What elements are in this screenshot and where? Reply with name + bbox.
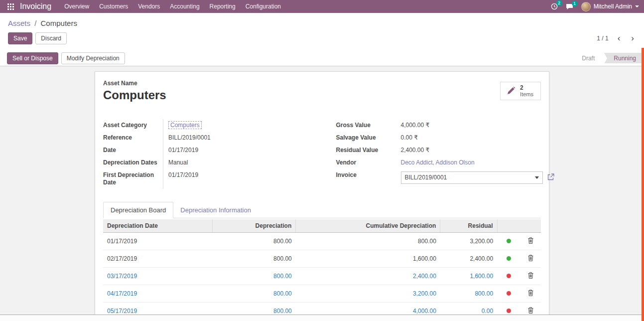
tab-depreciation-board[interactable]: Depreciation Board bbox=[103, 202, 173, 218]
cell-depreciation-date[interactable]: 01/17/2019 bbox=[103, 233, 213, 250]
cell-residual[interactable]: 800.00 bbox=[440, 285, 497, 303]
cell-cumulative-depreciation[interactable]: 1,600.00 bbox=[296, 250, 440, 268]
depreciation-table: Depreciation Date Depreciation Cumulativ… bbox=[103, 219, 541, 320]
delete-line-button[interactable] bbox=[528, 307, 533, 315]
notebook-tabs: Depreciation Board Depreciation Informat… bbox=[103, 202, 541, 218]
delete-line-button[interactable] bbox=[528, 255, 533, 263]
field-date-label: Date bbox=[103, 144, 163, 157]
save-button[interactable]: Save bbox=[8, 32, 32, 44]
field-groups: Asset Category Computers Reference BILL/… bbox=[103, 119, 541, 189]
field-date-value[interactable]: 01/17/2019 bbox=[163, 144, 322, 157]
asset-sheet: Asset Name Computers 2 Items Asset Categ… bbox=[95, 71, 549, 321]
header-depreciation-date: Depreciation Date bbox=[103, 219, 213, 233]
cell-cumulative-depreciation[interactable]: 800.00 bbox=[296, 233, 440, 250]
dropdown-caret-icon[interactable] bbox=[535, 176, 539, 179]
cell-residual[interactable]: 3,200.00 bbox=[440, 233, 497, 250]
field-first-depreciation-date-value[interactable]: 01/17/2019 bbox=[163, 169, 322, 189]
breadcrumb: Assets / Computers bbox=[0, 13, 644, 28]
app-brand[interactable]: Invoicing bbox=[20, 2, 51, 11]
table-row[interactable]: 02/17/2019 800.00 1,600.00 2,400.00 bbox=[103, 250, 541, 268]
header-residual: Residual bbox=[440, 219, 497, 233]
delete-line-button[interactable] bbox=[528, 290, 533, 298]
status-running[interactable]: Running bbox=[603, 53, 644, 63]
cell-depreciation-date[interactable]: 02/17/2019 bbox=[103, 250, 213, 268]
delete-line-button[interactable] bbox=[528, 237, 533, 245]
table-row[interactable]: 03/17/2019 800.00 2,400.00 1,600.00 bbox=[103, 268, 541, 285]
status-draft[interactable]: Draft bbox=[574, 53, 603, 63]
field-gross-value-value[interactable]: 4,000.00 ₹ bbox=[396, 119, 554, 132]
vendor-link[interactable]: Deco Addict, Addison Olson bbox=[401, 159, 475, 166]
posted-status-dot bbox=[507, 291, 511, 296]
nav-menu-reporting[interactable]: Reporting bbox=[205, 0, 241, 13]
pager-previous-button[interactable]: ‹ bbox=[616, 35, 623, 41]
nav-menus: Overview Customers Vendors Accounting Re… bbox=[59, 0, 286, 13]
sell-or-dispose-button[interactable]: Sell or Dispose bbox=[7, 52, 58, 64]
activity-badge: 2 bbox=[556, 0, 562, 6]
status-pipeline: Draft Running bbox=[574, 53, 644, 63]
messages-icon[interactable]: 1 bbox=[566, 3, 573, 10]
user-menu[interactable]: Mitchell Admin bbox=[581, 2, 639, 11]
header-actions bbox=[520, 219, 541, 233]
items-stat-button[interactable]: 2 Items bbox=[500, 82, 541, 100]
cell-depreciation-date[interactable]: 03/17/2019 bbox=[103, 268, 213, 285]
depreciation-rows: 01/17/2019 800.00 800.00 3,200.00 02/17/… bbox=[103, 233, 541, 320]
pager-next-button[interactable]: › bbox=[629, 35, 636, 41]
nav-menu-configuration[interactable]: Configuration bbox=[241, 0, 286, 13]
cell-depreciation[interactable]: 800.00 bbox=[213, 268, 296, 285]
posted-status-dot bbox=[507, 239, 511, 243]
cell-cumulative-depreciation[interactable]: 2,400.00 bbox=[296, 268, 440, 285]
asset-title-block: Asset Name Computers bbox=[103, 80, 166, 112]
cell-residual[interactable]: 1,600.00 bbox=[440, 268, 497, 285]
nav-menu-accounting[interactable]: Accounting bbox=[165, 0, 204, 13]
top-navbar: Invoicing Overview Customers Vendors Acc… bbox=[0, 0, 644, 13]
tab-depreciation-information[interactable]: Depreciation Information bbox=[173, 202, 258, 218]
cell-posted-status bbox=[497, 233, 520, 250]
field-gross-value-label: Gross Value bbox=[336, 119, 396, 132]
cell-actions bbox=[520, 233, 541, 250]
field-reference-value[interactable]: BILL/2019/0001 bbox=[163, 132, 322, 144]
nav-menu-vendors[interactable]: Vendors bbox=[133, 0, 165, 13]
posted-status-dot bbox=[507, 256, 511, 261]
modify-depreciation-button[interactable]: Modify Depreciation bbox=[61, 52, 125, 64]
depreciation-table-header: Depreciation Date Depreciation Cumulativ… bbox=[103, 219, 541, 233]
table-row[interactable]: 04/17/2019 800.00 3,200.00 800.00 bbox=[103, 285, 541, 303]
chevron-down-icon bbox=[635, 5, 639, 7]
delete-line-button[interactable] bbox=[528, 272, 533, 280]
field-salvage-value-value[interactable]: 0.00 ₹ bbox=[396, 132, 554, 144]
field-residual-value-value[interactable]: 2,400.00 ₹ bbox=[396, 144, 554, 157]
nav-menu-customers[interactable]: Customers bbox=[94, 0, 133, 13]
cell-posted-status bbox=[497, 285, 520, 303]
form-view: Asset Name Computers 2 Items Asset Categ… bbox=[0, 66, 644, 321]
field-residual-value-label: Residual Value bbox=[336, 144, 396, 157]
discard-button[interactable]: Discard bbox=[35, 32, 67, 44]
breadcrumb-assets-link[interactable]: Assets bbox=[8, 19, 30, 27]
page-footer bbox=[0, 315, 644, 321]
items-count: 2 bbox=[520, 85, 533, 91]
cell-actions bbox=[520, 250, 541, 268]
field-asset-category-value: Computers bbox=[163, 119, 322, 132]
field-depreciation-dates-value[interactable]: Manual bbox=[163, 157, 322, 169]
systray: 2 1 Mitchell Admin bbox=[551, 2, 639, 11]
cell-depreciation[interactable]: 800.00 bbox=[213, 285, 296, 303]
field-invoice-label: Invoice bbox=[336, 169, 396, 186]
field-vendor-label: Vendor bbox=[336, 157, 396, 169]
table-row[interactable]: 01/17/2019 800.00 800.00 3,200.00 bbox=[103, 233, 541, 250]
cell-depreciation-date[interactable]: 04/17/2019 bbox=[103, 285, 213, 303]
external-link-icon[interactable] bbox=[547, 173, 554, 182]
cell-residual[interactable]: 2,400.00 bbox=[440, 250, 497, 268]
asset-category-link[interactable]: Computers bbox=[168, 121, 202, 129]
apps-menu-icon[interactable] bbox=[5, 3, 16, 10]
messages-badge: 1 bbox=[572, 0, 578, 6]
cell-posted-status bbox=[497, 250, 520, 268]
nav-menu-overview[interactable]: Overview bbox=[59, 0, 94, 13]
cell-depreciation[interactable]: 800.00 bbox=[213, 250, 296, 268]
cell-depreciation[interactable]: 800.00 bbox=[213, 233, 296, 250]
header-depreciation: Depreciation bbox=[213, 219, 296, 233]
asset-name-value[interactable]: Computers bbox=[103, 88, 166, 102]
field-group-right: Gross Value 4,000.00 ₹ Salvage Value 0.0… bbox=[322, 119, 541, 189]
invoice-many2one-input[interactable]: BILL/2019/0001 bbox=[401, 171, 543, 184]
statusbar: Sell or Dispose Modify Depreciation Draf… bbox=[0, 50, 644, 66]
activity-clock-icon[interactable]: 2 bbox=[551, 3, 558, 10]
cell-actions bbox=[520, 268, 541, 285]
cell-cumulative-depreciation[interactable]: 3,200.00 bbox=[296, 285, 440, 303]
